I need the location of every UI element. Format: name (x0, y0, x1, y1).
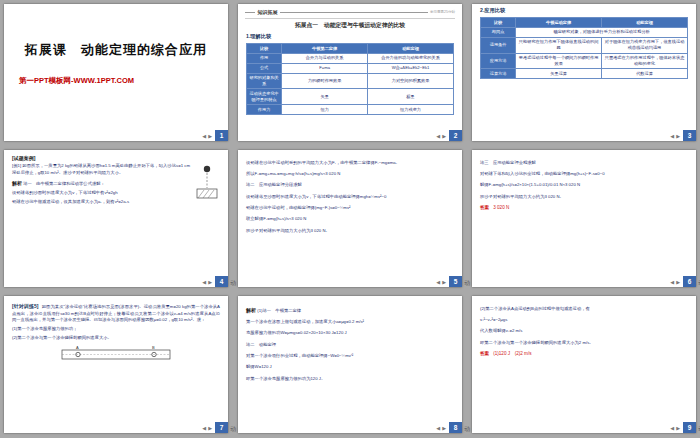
topic-title: 拓展点一 动能定理与牛顿运动定律的比较 (244, 21, 456, 30)
row-label-cell: 作用力 (247, 105, 282, 115)
next-arrow-icon[interactable]: ▶ (208, 280, 212, 285)
solution-line: 即第二个冰壶与第一个冰壶碰撞前瞬间的速度大小为2 m/s。 (480, 340, 688, 347)
next-arrow-icon[interactable]: ▶ (676, 134, 680, 139)
table-header-row: 比较 牛顿运动定律 动能定理 (481, 18, 688, 28)
slide-6: 法三 应用动能定理全程求解对铅球下落和陷入沙坑的全过程，由动能定理得mg(h+s… (472, 150, 696, 287)
table-cell: 对于物体在恒力或变力作用下，做直线运动或曲线运动均适用 (602, 37, 688, 53)
problem-text: [例1] 如图所示，一质量为2 kg的铅球从离沙面h=1.5 m高处由静止开始下… (12, 163, 220, 176)
page-number-badge: 9 (683, 422, 696, 433)
prev-arrow-icon[interactable]: ◀ (670, 426, 674, 431)
prev-arrow-icon[interactable]: ◀ (436, 426, 440, 431)
slide-nav: ◀ ▶ (202, 134, 212, 139)
prev-arrow-icon[interactable]: ◀ (436, 134, 440, 139)
slide-4: [试题案例] [例1] 如图所示，一质量为2 kg的铅球从离沙面h=1.5 m高… (4, 150, 228, 287)
table-row: 公式 F=ma W合=ΔEk=Ek2−Ek1 (247, 63, 454, 73)
decor-line (280, 12, 428, 13)
divider (245, 18, 455, 19)
row-label-cell: 运算方法 (481, 69, 516, 79)
row-label-cell: 研究的对象和关系 (247, 73, 282, 89)
slide-9: (2)第二个冰壶从A点运动到B点的过程中做匀减速运动，有v₁²−v₀²=−2μg… (472, 296, 696, 433)
solution-intro: 解析 法一 由牛顿第二定律和运动学公式求解： (12, 179, 220, 188)
table-row: 适用条件 只能研究在恒力作用下物体做直线运动的问题 对于物体在恒力或变力作用下，… (481, 37, 688, 53)
answer-label: 答案 (480, 351, 489, 356)
page-number-badge: 5 (449, 276, 462, 287)
solution-method-title: (1)法一 牛顿第二定律 (257, 308, 301, 313)
comparison-table: 比较 牛顿运动定律 动能定理 相同点 确定研究对象，对物体进行受力分析和运动过程… (480, 17, 688, 79)
slide-cell-9[interactable]: (2)第二个冰壶从A点运动到B点的过程中做匀减速运动，有v₁²−v₀²=−2μg… (472, 296, 696, 433)
slide-cell-5[interactable]: 设铅球在沙坑中运动时受到的平均阻力大小为F₁，由牛顿第二定律得F₁−mg=ma₁… (238, 150, 462, 287)
prev-arrow-icon[interactable]: ◀ (670, 134, 674, 139)
solution-line: 第一个冰壶在冰面上做匀减速运动，加速度大小a=μg=0.2 m/s² (246, 319, 454, 326)
comparison-table: 比较 牛顿第二定律 动能定理 作用 合外力与运动的关系 合外力做的功与动能变化的… (246, 43, 454, 115)
solution-line: 铅球在沙坑中运动时，由动能定理得(mg−F₁)s=0−½mv² (246, 205, 454, 212)
table-cell: 只能研究在恒力作用下物体做直线运动的问题 (516, 37, 602, 53)
slide-3: 2.应用比较 比较 牛顿运动定律 动能定理 相同点 确定研究对象，对物体进行受力… (472, 4, 696, 141)
solution-line: 对铅球下落和陷入沙坑的全过程，由动能定理得mg(h+s)−F₁s=0−0 (480, 171, 688, 178)
solution-line: 解得W=120 J (246, 364, 454, 371)
row-label-cell: 公式 (247, 63, 282, 73)
solution-line: 代入数据解得v₁=2 m/s (480, 328, 688, 335)
slide-cell-8[interactable]: 解析 (1)法一 牛顿第二定律 第一个冰壶在冰面上做匀减速运动，加速度大小a=μ… (238, 296, 462, 433)
table-cell: 合外力做的功与动能变化的关系 (368, 53, 454, 63)
table-row: 运动状态变化中物理量的特点 矢量 标量 (247, 89, 454, 105)
solution-line: 法三 应用动能定理全程求解 (480, 160, 688, 167)
slide-cell-1[interactable]: 拓展课 动能定理的综合应用 第一PPT模板网-WWW.1PPT.COM ◀ ▶ … (4, 4, 228, 141)
solution-line: 对第一个冰壶滑行的全过程，由动能定理得−W=0−½mv′² (246, 353, 454, 360)
slide-cell-7[interactable]: [针对训练5] 如图为某次“冰壶运动”比赛场地的示意图(冰面水平)。运动员将质量… (4, 296, 228, 433)
watermark: 动 (464, 425, 470, 434)
figure-label-b: B (152, 345, 155, 350)
solution-line: 法二 动能定理 (246, 342, 454, 349)
question-1: (1)第一个冰壶克服摩擦力做的功； (12, 326, 220, 333)
next-arrow-icon[interactable]: ▶ (208, 134, 212, 139)
next-arrow-icon[interactable]: ▶ (676, 280, 680, 285)
slide-8: 解析 (1)法一 牛顿第二定律 第一个冰壶在冰面上做匀减速运动，加速度大小a=μ… (238, 296, 462, 433)
solution-line: 克服摩擦力做的功W=μmgs=0.02×20×10×30 J=120 J (246, 330, 454, 337)
prev-arrow-icon[interactable]: ◀ (202, 134, 206, 139)
prev-arrow-icon[interactable]: ◀ (202, 280, 206, 285)
slide-nav: ◀ ▶ (202, 280, 212, 285)
slide-7: [针对训练5] 如图为某次“冰壶运动”比赛场地的示意图(冰面水平)。运动员将质量… (4, 296, 228, 433)
page-number-badge: 1 (215, 130, 228, 141)
ball-sand-figure (194, 164, 220, 202)
next-arrow-icon[interactable]: ▶ (442, 134, 446, 139)
table-row: 作用 合外力与运动的关系 合外力做的功与动能变化的关系 (247, 53, 454, 63)
table-cell: 力的瞬时作用效果 (282, 73, 368, 89)
slide-cell-6[interactable]: 法三 应用动能定理全程求解对铅球下落和陷入沙坑的全过程，由动能定理得mg(h+s… (472, 150, 696, 287)
table-header-cell: 动能定理 (368, 44, 454, 54)
slide-2: 知识拓展 学完需要25分钟 拓展点一 动能定理与牛顿运动定律的比较 1.理解比较… (238, 4, 462, 141)
slide-cell-2[interactable]: 知识拓展 学完需要25分钟 拓展点一 动能定理与牛顿运动定律的比较 1.理解比较… (238, 4, 462, 141)
prev-arrow-icon[interactable]: ◀ (436, 280, 440, 285)
next-arrow-icon[interactable]: ▶ (676, 426, 680, 431)
next-arrow-icon[interactable]: ▶ (208, 426, 212, 431)
slide-cell-4[interactable]: [试题案例] [例1] 如图所示，一质量为2 kg的铅球从离沙面h=1.5 m高… (4, 150, 228, 287)
row-label-cell: 作用 (247, 53, 282, 63)
slide-nav: ◀ ▶ (670, 280, 680, 285)
next-arrow-icon[interactable]: ▶ (442, 426, 446, 431)
next-arrow-icon[interactable]: ▶ (442, 280, 446, 285)
slide-cell-3[interactable]: 2.应用比较 比较 牛顿运动定律 动能定理 相同点 确定研究对象，对物体进行受力… (472, 4, 696, 141)
table-cell: 力对空间的积累效果 (368, 73, 454, 89)
problem-text: [针对训练5] 如图为某次“冰壶运动”比赛场地的示意图(冰面水平)。运动员将质量… (12, 303, 220, 324)
solution-lines: 设铅球落到沙面时的速度大小为v，下落过程中有v²=2gh铅球在沙坑中做减速运动，… (12, 190, 220, 206)
table-cell: 矢量运算 (516, 69, 602, 79)
prev-arrow-icon[interactable]: ◀ (670, 280, 674, 285)
solution-line: 铅球在沙坑中做减速运动，设其加速度大小为a₁，则有v²=2a₁s (12, 199, 220, 206)
curling-rink-figure: A B (56, 345, 176, 365)
table-header-row: 比较 牛顿第二定律 动能定理 (247, 44, 454, 54)
table-header-cell: 牛顿第二定律 (282, 44, 368, 54)
row-label-cell: 适用条件 (481, 37, 516, 53)
page-number-badge: 4 (215, 276, 228, 287)
page-number-badge: 8 (449, 422, 462, 433)
table-row: 应用方法 要考虑运动过程中每一个瞬间力的瞬时作用效果 只需考虑在力的作用过程中，… (481, 53, 688, 69)
solution-line: v₁²−v₀²=−2μgs (480, 317, 688, 324)
slide-nav: ◀ ▶ (202, 426, 212, 431)
prev-arrow-icon[interactable]: ◀ (202, 426, 206, 431)
solution-line: 所以F₁=mg+ma₁=mg+mg·h/s=(h+s)mg/s≈3 020 N (246, 171, 454, 178)
solution-lines: 法三 应用动能定理全程求解对铅球下落和陷入沙坑的全过程，由动能定理得mg(h+s… (480, 160, 688, 201)
section-heading: 2.应用比较 (480, 7, 688, 14)
solution-label: 解析 (12, 180, 22, 186)
solution-line: 故沙子对铅球的平均阻力大小约为3 020 N。 (246, 228, 454, 235)
solution-lines: (2)第二个冰壶从A点运动到B点的过程中做匀减速运动，有v₁²−v₀²=−2μg… (480, 306, 688, 347)
problem-body: 如图为某次“冰壶运动”比赛场地的示意图(冰面水平)。运动员将质量m=20 kg的… (12, 304, 220, 322)
table-cell: 恒力或变力 (368, 105, 454, 115)
